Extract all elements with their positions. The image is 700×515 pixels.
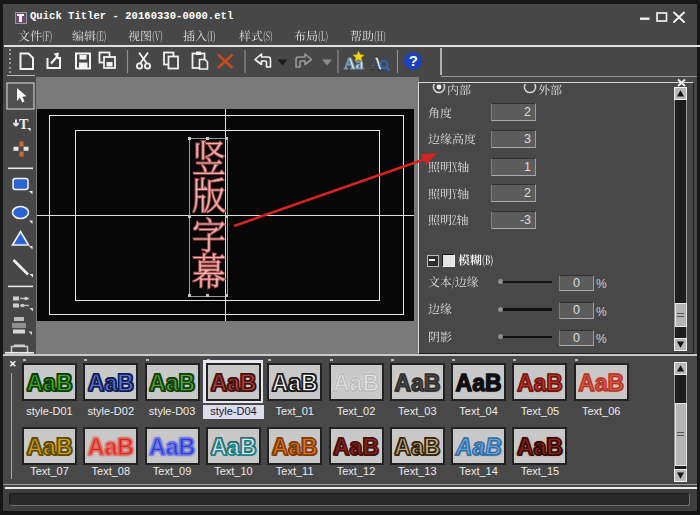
svg-text:T: T: [19, 117, 29, 132]
svg-text:?: ?: [409, 52, 418, 69]
